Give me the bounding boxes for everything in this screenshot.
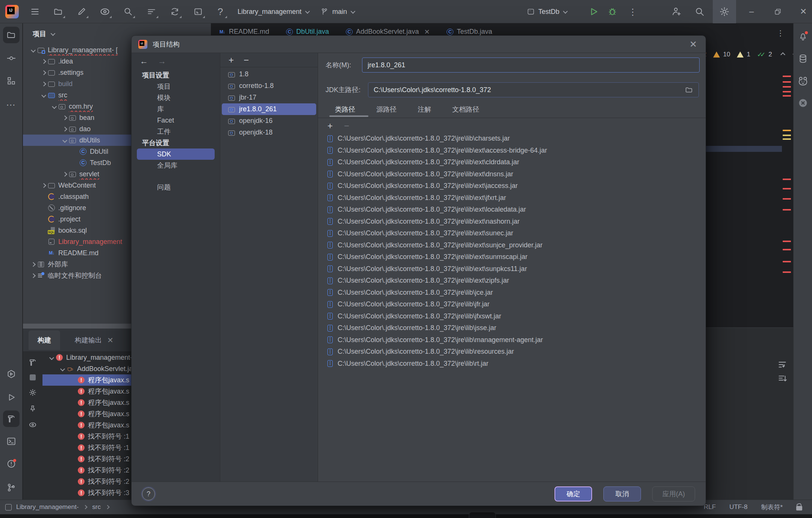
expand-arrow-icon[interactable] <box>61 112 69 123</box>
more-actions-icon[interactable]: ⋮ <box>625 4 641 19</box>
dialog-nav-item[interactable]: 项目 <box>132 81 220 92</box>
sdk-name-input[interactable]: jre1.8.0_261 <box>362 58 700 73</box>
encoding-widget[interactable]: UTF-8 <box>729 503 747 511</box>
error-stripe-mark[interactable] <box>783 130 791 131</box>
expand-arrow-icon[interactable] <box>39 56 48 67</box>
classpath-tab[interactable]: 类路径 <box>335 105 355 114</box>
error-stripe-mark[interactable] <box>783 86 791 88</box>
error-stripe-mark[interactable] <box>783 188 791 189</box>
jar-list-item[interactable]: C:\Users\Color\.jdks\corretto-1.8.0_372\… <box>318 192 701 204</box>
dialog-nav-item[interactable]: 平台设置 <box>132 137 220 148</box>
forward-arrow-icon[interactable]: → <box>158 56 166 66</box>
readonly-lock-icon[interactable] <box>796 506 802 510</box>
build-settings-gear-icon[interactable] <box>28 388 37 397</box>
terminal-toolwindow-button[interactable] <box>3 433 20 450</box>
expand-arrow-icon[interactable] <box>39 247 48 259</box>
x-plugin-toolwindow-button[interactable] <box>795 95 811 111</box>
error-stripe-mark[interactable] <box>783 76 791 77</box>
sdk-list-item[interactable]: jbr-17 <box>222 92 316 103</box>
expand-arrow-icon[interactable] <box>39 67 48 78</box>
notifications-bell-icon[interactable] <box>795 28 811 44</box>
more-toolwindows-icon[interactable]: … <box>3 94 20 111</box>
structure-toolwindow-button[interactable] <box>3 73 20 89</box>
expand-arrow-icon[interactable] <box>29 44 37 56</box>
editor-tab[interactable]: DbUtil.java ✕ <box>286 28 329 36</box>
expand-arrow-icon[interactable] <box>69 397 77 408</box>
jar-list-item[interactable]: C:\Users\Color\.jdks\corretto-1.8.0_372\… <box>318 275 701 287</box>
window-minimize-button[interactable]: – <box>744 4 759 19</box>
refresh-icon[interactable] <box>167 4 183 19</box>
branch-selector[interactable]: main <box>320 0 354 23</box>
expand-arrow-icon[interactable] <box>39 89 48 101</box>
jar-list-item[interactable]: C:\Users\Color\.jdks\corretto-1.8.0_372\… <box>318 216 701 228</box>
classpath-tab[interactable]: 注解 <box>418 105 431 114</box>
services-toolwindow-button[interactable] <box>3 366 20 382</box>
sdk-list-item[interactable]: jre1.8.0_261 <box>222 103 316 115</box>
editor-tab[interactable]: AddBookServlet.java ✕ <box>345 28 430 36</box>
jar-list-item[interactable]: C:\Users\Color\.jdks\corretto-1.8.0_372\… <box>318 133 701 145</box>
jar-list-item[interactable]: C:\Users\Color\.jdks\corretto-1.8.0_372\… <box>318 204 701 216</box>
error-stripe-mark[interactable] <box>783 209 791 211</box>
window-restore-button[interactable] <box>770 4 786 19</box>
expand-arrow-icon[interactable] <box>69 453 77 465</box>
notification-balloon-sliver[interactable] <box>469 512 496 518</box>
expand-arrow-icon[interactable] <box>69 476 77 487</box>
expand-arrow-icon[interactable] <box>61 168 69 180</box>
error-stripe-mark[interactable] <box>783 135 791 136</box>
jar-list-item[interactable]: C:\Users\Color\.jdks\corretto-1.8.0_372\… <box>318 358 701 370</box>
jdk-home-input[interactable]: C:\Users\Color\.jdks\corretto-1.8.0_372 <box>368 82 699 97</box>
error-stripe-mark[interactable] <box>783 95 791 97</box>
project-toolwindow-button[interactable] <box>3 27 20 43</box>
search-toolbar-icon[interactable] <box>120 4 136 19</box>
expand-arrow-icon[interactable] <box>39 214 48 225</box>
jar-list-item[interactable]: C:\Users\Color\.jdks\corretto-1.8.0_372\… <box>318 263 701 275</box>
dialog-nav-item[interactable]: 全局库 <box>132 160 220 171</box>
problems-toolwindow-button[interactable] <box>3 456 20 472</box>
expand-arrow-icon[interactable] <box>39 236 48 247</box>
build-output-tab[interactable]: 构建输出 ✕ <box>68 329 120 352</box>
jar-list-item[interactable]: C:\Users\Color\.jdks\corretto-1.8.0_372\… <box>318 180 701 192</box>
dialog-nav-item[interactable]: 库 <box>132 103 220 115</box>
build-panel-title[interactable]: 构建 <box>29 330 60 350</box>
pin-tab-icon[interactable] <box>29 404 37 413</box>
commit-toolwindow-button[interactable] <box>3 50 20 67</box>
project-selector[interactable]: Library_management <box>238 0 309 23</box>
jar-list-item[interactable]: C:\Users\Color\.jdks\corretto-1.8.0_372\… <box>318 334 701 346</box>
jar-list-item[interactable]: C:\Users\Color\.jdks\corretto-1.8.0_372\… <box>318 145 701 157</box>
scroll-to-end-icon[interactable] <box>777 374 787 384</box>
settings-gear-icon[interactable] <box>717 4 732 19</box>
close-tab-icon[interactable]: ✕ <box>107 336 114 345</box>
run-button[interactable] <box>586 4 601 19</box>
cancel-button[interactable]: 取消 <box>603 486 641 501</box>
expand-arrow-icon[interactable] <box>69 465 77 476</box>
run-config-selector[interactable]: TestDb <box>527 0 567 23</box>
expand-arrow-icon[interactable] <box>71 157 79 168</box>
expand-arrow-icon[interactable] <box>69 420 77 431</box>
error-stripe-mark[interactable] <box>783 271 791 273</box>
add-jar-icon[interactable]: + <box>327 121 333 131</box>
sdk-list-item[interactable]: corretto-1.8 <box>222 80 316 92</box>
editor-tab[interactable]: README.md ✕ <box>218 28 269 36</box>
project-widget-folder-icon[interactable] <box>50 4 66 19</box>
main-menu-icon[interactable] <box>27 4 43 19</box>
jar-list-item[interactable]: C:\Users\Color\.jdks\corretto-1.8.0_372\… <box>318 287 701 299</box>
jar-list-item[interactable]: C:\Users\Color\.jdks\corretto-1.8.0_372\… <box>318 168 701 180</box>
add-user-icon[interactable] <box>668 4 684 19</box>
inspection-widget[interactable]: 2 10 1 ✓✓ 2 <box>703 49 796 60</box>
dialog-nav-item[interactable]: 问题 <box>132 182 220 193</box>
breadcrumb-src[interactable]: src <box>92 503 101 511</box>
error-stripe-mark[interactable] <box>783 249 791 250</box>
expand-arrow-icon[interactable] <box>39 191 48 202</box>
dialog-nav-item[interactable]: 模块 <box>132 92 220 103</box>
expand-arrow-icon[interactable] <box>50 101 58 112</box>
dialog-nav-item[interactable]: 项目设置 <box>132 70 220 81</box>
expand-arrow-icon[interactable] <box>71 146 79 157</box>
jar-list-item[interactable]: C:\Users\Color\.jdks\corretto-1.8.0_372\… <box>318 239 701 251</box>
dialog-nav-item[interactable]: Facet <box>132 115 220 126</box>
jar-list-item[interactable]: C:\Users\Color\.jdks\corretto-1.8.0_372\… <box>318 156 701 168</box>
apply-button[interactable]: 应用(A) <box>652 486 695 501</box>
dialog-title-bar[interactable]: IJ 项目结构 ✕ <box>132 36 706 53</box>
error-stripe-mark[interactable] <box>783 138 791 140</box>
error-stripe-mark[interactable] <box>783 91 791 92</box>
stop-build-icon[interactable] <box>30 374 36 380</box>
